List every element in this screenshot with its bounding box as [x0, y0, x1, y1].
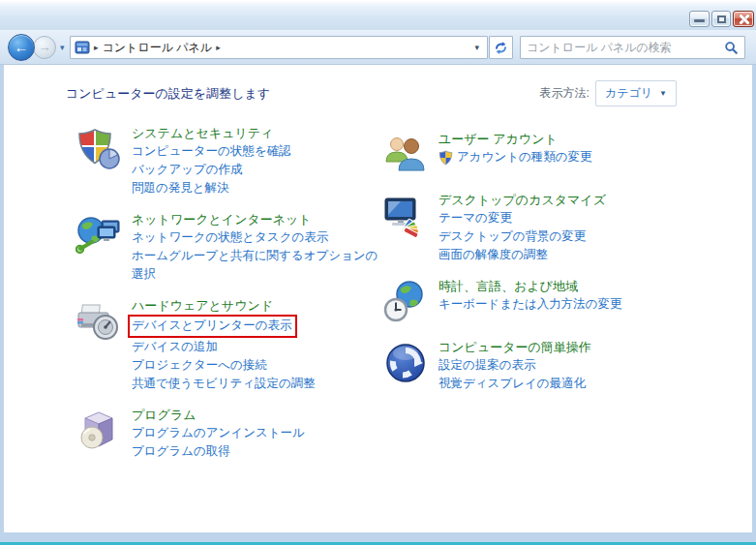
- forward-button[interactable]: →: [33, 36, 56, 59]
- maximize-icon: [717, 15, 726, 23]
- network-globe-icon[interactable]: [76, 212, 122, 258]
- category-heading-ease-of-access[interactable]: コンピューターの簡単操作: [438, 338, 706, 356]
- section-network-internet: ネットワークとインターネット ネットワークの状態とタスクの表示 ホームグループと…: [76, 210, 395, 284]
- status-bar: [0, 532, 756, 542]
- breadcrumb-control-panel[interactable]: コントロール パネル: [103, 40, 213, 56]
- control-panel-icon: [75, 40, 90, 55]
- link-get-programs[interactable]: プログラムの取得: [132, 442, 385, 461]
- minimize-button[interactable]: [689, 11, 710, 27]
- title-bar: [0, 0, 756, 30]
- link-check-computer-status[interactable]: コンピューターの状態を確認: [132, 142, 385, 161]
- section-system-security: システムとセキュリティ コンピューターの状態を確認 バックアップの作成 問題の発…: [76, 124, 395, 197]
- link-view-network-status[interactable]: ネットワークの状態とタスクの表示: [132, 228, 385, 247]
- user-accounts-icon[interactable]: [382, 132, 429, 178]
- close-button[interactable]: [733, 11, 754, 27]
- section-programs: プログラム プログラムのアンインストール プログラムの取得: [76, 406, 395, 461]
- view-by-control: 表示方法: カテゴリ ▼: [540, 80, 677, 106]
- highlight-box: デバイスとプリンターの表示: [128, 315, 297, 338]
- link-change-desktop-background[interactable]: デスクトップの背景の変更: [438, 227, 706, 246]
- link-add-device[interactable]: デバイスの追加: [132, 338, 385, 356]
- link-optimize-visual-display[interactable]: 視覚ディスプレイの最適化: [438, 375, 706, 393]
- hardware-printer-icon[interactable]: [76, 298, 122, 345]
- ease-of-access-icon[interactable]: [382, 340, 429, 386]
- category-heading-hardware-sound[interactable]: ハードウェアとサウンド: [132, 296, 385, 315]
- link-adjust-screen-resolution[interactable]: 画面の解像度の調整: [438, 246, 706, 264]
- view-by-label: 表示方法:: [540, 85, 590, 102]
- link-change-account-type[interactable]: アカウントの種類の変更: [438, 148, 706, 167]
- section-user-accounts: ユーザー アカウント アカウントの種類の変更: [382, 130, 711, 178]
- link-change-keyboards-input[interactable]: キーボードまたは入力方法の変更: [438, 295, 706, 314]
- link-homegroup-sharing-options[interactable]: ホームグループと共有に関するオプションの選択: [132, 247, 385, 284]
- back-arrow-icon: ←: [15, 39, 29, 55]
- link-find-fix-problems[interactable]: 問題の発見と解決: [132, 179, 385, 197]
- address-history-dropdown-icon[interactable]: ▾: [470, 43, 483, 52]
- close-icon: [739, 14, 749, 24]
- link-suggested-settings[interactable]: 設定の提案の表示: [438, 356, 706, 375]
- link-uninstall-program[interactable]: プログラムのアンインストール: [132, 424, 385, 442]
- forward-arrow-icon: →: [39, 40, 51, 54]
- minimize-icon: [694, 19, 705, 22]
- category-column-right: ユーザー アカウント アカウントの種類の変更: [382, 130, 711, 406]
- section-personalization: デスクトップのカスタマイズ テーマの変更 デスクトップの背景の変更 画面の解像度…: [382, 191, 711, 264]
- refresh-icon: [494, 41, 508, 55]
- navigation-bar: ← → ▾ ▸ コントロール パネル ▸ ▾: [0, 30, 756, 65]
- search-icon[interactable]: [724, 41, 739, 55]
- chevron-down-icon: ▼: [659, 89, 667, 98]
- link-label: アカウントの種類の変更: [457, 148, 592, 167]
- security-shield-icon[interactable]: [76, 126, 122, 172]
- category-heading-network-internet[interactable]: ネットワークとインターネット: [132, 210, 385, 228]
- programs-box-icon[interactable]: [76, 408, 122, 454]
- link-change-theme[interactable]: テーマの変更: [438, 209, 706, 227]
- back-button[interactable]: ←: [8, 34, 35, 61]
- category-heading-personalization[interactable]: デスクトップのカスタマイズ: [438, 191, 706, 209]
- page-title: コンピューターの設定を調整します: [66, 85, 270, 103]
- category-heading-system-security[interactable]: システムとセキュリティ: [132, 124, 385, 142]
- section-ease-of-access: コンピューターの簡単操作 設定の提案の表示 視覚ディスプレイの最適化: [382, 338, 711, 393]
- refresh-button[interactable]: [489, 36, 513, 59]
- link-create-backup[interactable]: バックアップの作成: [132, 161, 385, 179]
- category-heading-clock-region[interactable]: 時計、言語、および地域: [438, 277, 706, 295]
- recent-pages-dropdown[interactable]: ▾: [60, 43, 65, 52]
- breadcrumb-chevron-icon[interactable]: ▸: [216, 43, 221, 52]
- category-column-left: システムとセキュリティ コンピューターの状態を確認 バックアップの作成 問題の発…: [76, 124, 395, 473]
- category-heading-programs[interactable]: プログラム: [132, 406, 385, 424]
- uac-shield-icon: [438, 150, 453, 166]
- search-box: [520, 36, 745, 59]
- link-adjust-mobility-settings[interactable]: 共通で使うモビリティ設定の調整: [132, 375, 385, 393]
- maximize-button[interactable]: [711, 11, 731, 27]
- category-heading-user-accounts[interactable]: ユーザー アカウント: [438, 130, 706, 148]
- view-by-dropdown[interactable]: カテゴリ ▼: [595, 80, 677, 106]
- section-clock-region: 時計、言語、および地域 キーボードまたは入力方法の変更: [382, 277, 711, 325]
- content-area: コンピューターの設定を調整します 表示方法: カテゴリ ▼: [0, 65, 756, 532]
- section-hardware-sound: ハードウェアとサウンド デバイスとプリンターの表示 デバイスの追加 プロジェクタ…: [76, 296, 395, 393]
- link-view-devices-printers[interactable]: デバイスとプリンターの表示: [132, 315, 385, 338]
- link-connect-projector[interactable]: プロジェクターへの接続: [132, 356, 385, 375]
- address-bar[interactable]: ▸ コントロール パネル ▸ ▾: [70, 36, 488, 59]
- control-panel-window: ← → ▾ ▸ コントロール パネル ▸ ▾: [0, 0, 756, 545]
- personalization-icon[interactable]: [382, 193, 429, 239]
- search-input[interactable]: [527, 41, 724, 54]
- clock-region-icon[interactable]: [382, 279, 429, 325]
- view-by-value: カテゴリ: [605, 85, 652, 102]
- breadcrumb-chevron-icon[interactable]: ▸: [94, 43, 99, 52]
